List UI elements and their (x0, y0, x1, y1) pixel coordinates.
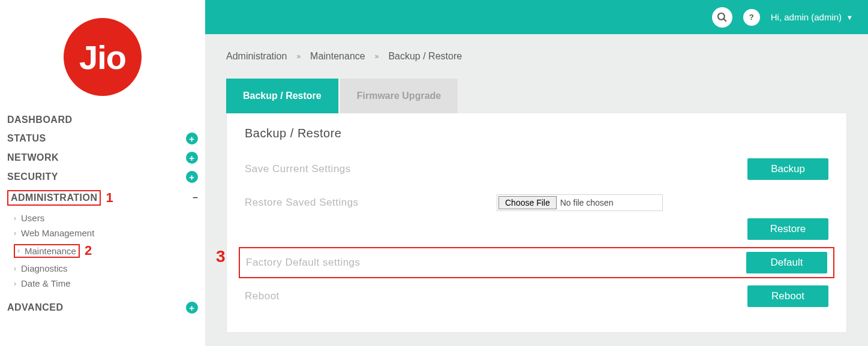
plus-icon[interactable]: + (186, 152, 198, 164)
subnav-label: Web Management (21, 228, 94, 238)
chevron-right-icon: › (17, 246, 20, 255)
chevron-right-icon: › (14, 214, 16, 222)
svg-line-1 (723, 19, 726, 21)
annotation-box-1: ADMINISTRATION (7, 190, 101, 206)
breadcrumb-separator: » (375, 52, 379, 61)
topbar: ? Hi, admin (admin) ▼ (205, 0, 868, 34)
sidebar: Jio DASHBOARD STATUS + NETWORK + SECURIT… (0, 0, 205, 346)
help-icon: ? (749, 13, 754, 22)
nav-label: DASHBOARD (7, 115, 73, 125)
nav-label: NETWORK (7, 152, 59, 163)
svg-point-0 (718, 13, 725, 19)
tabs: Backup / Restore Firmware Upgrade (226, 79, 847, 113)
reboot-label: Reboot (245, 290, 497, 302)
chevron-right-icon: › (14, 279, 16, 288)
breadcrumb-item[interactable]: Administration (226, 51, 287, 62)
nav-label: ADMINISTRATION (11, 192, 97, 203)
backup-button[interactable]: Backup (747, 158, 828, 180)
annotation-number-3: 3 (216, 247, 226, 266)
panel-title: Backup / Restore (245, 127, 828, 140)
chevron-right-icon: › (14, 229, 16, 237)
row-reboot: Reboot Reboot (245, 278, 828, 314)
nav-security[interactable]: SECURITY + (5, 167, 200, 186)
restore-button[interactable]: Restore (747, 218, 828, 240)
breadcrumb-item: Backup / Restore (388, 51, 462, 62)
annotation-box-2: › Maintenance (14, 244, 80, 258)
admin-subnav: › Users › Web Management › Maintenance 2… (5, 209, 200, 294)
nav: DASHBOARD STATUS + NETWORK + SECURITY + … (0, 111, 205, 317)
nav-administration[interactable]: ADMINISTRATION 1 − (5, 186, 200, 209)
logo-container: Jio (0, 0, 205, 111)
breadcrumb-item[interactable]: Maintenance (310, 51, 365, 62)
help-button[interactable]: ? (743, 9, 760, 26)
nav-advanced[interactable]: ADVANCED + (5, 298, 200, 317)
nav-label: SECURITY (7, 172, 58, 182)
nav-status[interactable]: STATUS + (5, 129, 200, 148)
factory-default-label: Factory Default settings (244, 257, 495, 269)
subnav-label: Users (21, 213, 44, 223)
annotation-number-1: 1 (106, 190, 113, 206)
save-settings-label: Save Current Settings (245, 163, 497, 175)
row-restore-settings: Restore Saved Settings Choose File No fi… (245, 187, 828, 218)
chevron-down-icon: ▼ (846, 14, 853, 21)
subnav-date-time[interactable]: › Date & Time (14, 276, 200, 291)
nav-label: ADVANCED (7, 302, 63, 313)
plus-icon[interactable]: + (186, 302, 198, 314)
panel: Backup / Restore Save Current Settings B… (226, 113, 847, 333)
user-menu[interactable]: Hi, admin (admin) ▼ (771, 12, 853, 22)
search-icon (716, 11, 728, 23)
main: ? Hi, admin (admin) ▼ Administration » M… (205, 0, 868, 346)
jio-logo: Jio (64, 18, 142, 96)
greeting-text: Hi, admin (admin) (771, 12, 842, 22)
subnav-diagnostics[interactable]: › Diagnostics (14, 261, 200, 276)
subnav-label: Diagnostics (21, 263, 68, 273)
breadcrumb: Administration » Maintenance » Backup / … (205, 34, 868, 79)
row-restore-action: Restore (245, 218, 828, 247)
chevron-right-icon: › (14, 264, 16, 273)
subnav-web-management[interactable]: › Web Management (14, 225, 200, 240)
default-button[interactable]: Default (746, 252, 827, 273)
nav-dashboard[interactable]: DASHBOARD (5, 111, 200, 129)
breadcrumb-separator: » (296, 52, 301, 61)
file-input[interactable]: Choose File No file chosen (497, 194, 663, 211)
subnav-maintenance[interactable]: Maintenance (25, 246, 76, 256)
search-button[interactable] (712, 7, 732, 28)
content: Backup / Restore Firmware Upgrade Backup… (205, 79, 868, 346)
plus-icon[interactable]: + (186, 171, 198, 183)
subnav-users[interactable]: › Users (14, 210, 200, 225)
nav-network[interactable]: NETWORK + (5, 148, 200, 167)
subnav-label: Date & Time (21, 278, 71, 288)
tab-firmware-upgrade[interactable]: Firmware Upgrade (340, 79, 458, 113)
plus-icon[interactable]: + (186, 133, 198, 145)
restore-settings-label: Restore Saved Settings (245, 197, 497, 209)
nav-label: STATUS (7, 133, 46, 144)
minus-icon[interactable]: − (193, 192, 198, 203)
tab-backup-restore[interactable]: Backup / Restore (226, 79, 338, 113)
annotation-number-2: 2 (85, 243, 92, 258)
choose-file-button[interactable]: Choose File (498, 196, 557, 209)
reboot-button[interactable]: Reboot (747, 285, 828, 307)
row-save-settings: Save Current Settings Backup (245, 151, 828, 187)
row-factory-default: Factory Default settings Default (239, 247, 834, 278)
file-status-text: No file chosen (560, 198, 662, 207)
